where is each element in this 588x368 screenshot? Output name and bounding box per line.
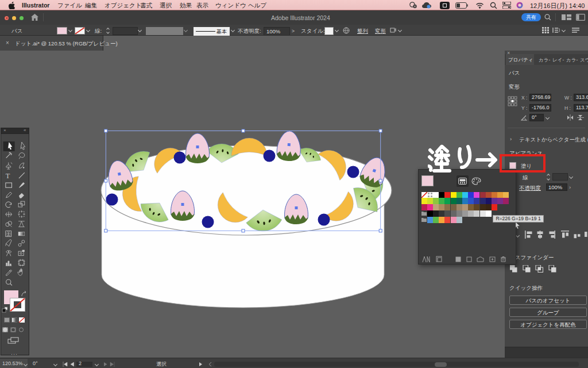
svg-text:T: T xyxy=(6,172,10,180)
